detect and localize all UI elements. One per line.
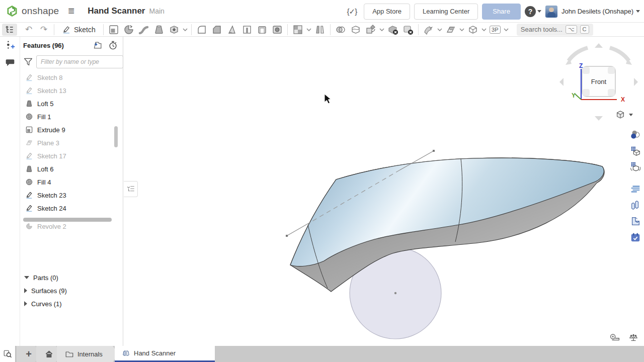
new-folder-button[interactable] <box>93 41 103 50</box>
tab-internals[interactable]: Internals <box>57 346 118 362</box>
split-button[interactable] <box>348 23 363 36</box>
feature-item[interactable]: Fill 1 <box>20 110 123 123</box>
feature-item[interactable]: Plane 3 <box>20 136 123 149</box>
named-views-button[interactable] <box>628 143 642 158</box>
feature-list-icon <box>5 25 15 35</box>
tab-hand-scanner[interactable]: Hand Scanner <box>115 346 215 362</box>
boolean-button[interactable] <box>333 23 348 36</box>
draft-icon <box>226 24 238 36</box>
main-menu-icon[interactable]: ≡ <box>68 6 74 17</box>
feature-item[interactable]: Loft 6 <box>20 162 123 175</box>
linear-pattern-button[interactable] <box>290 23 305 36</box>
revolve-button[interactable] <box>121 23 136 36</box>
group-parts[interactable]: Parts (0) <box>20 271 123 284</box>
comments-button[interactable] <box>0 54 20 71</box>
transform-dropdown[interactable] <box>378 28 385 31</box>
thicken-dropdown[interactable] <box>182 28 189 31</box>
workspace-name[interactable]: Main <box>149 7 164 15</box>
feature-item[interactable]: Loft 5 <box>20 97 123 110</box>
left-icon-strip <box>0 37 20 346</box>
versions-icon[interactable]: {✓} <box>347 7 357 16</box>
chamfer-icon <box>211 24 223 36</box>
vertical-scrollbar[interactable] <box>114 126 118 147</box>
group-curves[interactable]: Curves (1) <box>20 297 123 310</box>
extrude-button[interactable] <box>106 23 121 36</box>
horizontal-scrollbar[interactable] <box>23 218 112 222</box>
redo-button[interactable]: ↷ <box>36 23 51 36</box>
feature-groups: Parts (0) Surfaces (9) Curves (1) <box>20 271 123 310</box>
filter-button[interactable] <box>23 57 33 66</box>
transform-button[interactable] <box>363 23 378 36</box>
mass-properties-icon <box>629 333 638 342</box>
loft-icon <box>25 165 33 173</box>
rollback-timer-button[interactable] <box>108 41 118 50</box>
avatar[interactable] <box>545 6 557 18</box>
features-panel: Features (96) <box>20 37 123 346</box>
move-face-button[interactable] <box>421 23 436 36</box>
shell-button[interactable] <box>255 23 270 36</box>
delete-part-icon <box>387 24 399 36</box>
feature-item[interactable]: Fill 4 <box>20 175 123 189</box>
move-face-dropdown[interactable] <box>436 28 443 31</box>
onshape-logo[interactable]: onshape <box>0 5 59 17</box>
panel-expand-toggle[interactable] <box>124 181 138 197</box>
feature-item[interactable]: Sketch 17 <box>20 149 123 162</box>
feature-item[interactable]: Sketch 24 <box>20 202 123 215</box>
feature-list-toggle[interactable] <box>2 24 17 36</box>
draft-button[interactable] <box>224 23 239 36</box>
feature-label: Fill 4 <box>37 178 51 186</box>
sweep-button[interactable] <box>136 23 151 36</box>
insert-feature-button[interactable] <box>0 37 20 54</box>
learning-center-button[interactable]: Learning Center <box>414 4 478 20</box>
pattern-dropdown[interactable] <box>305 28 312 31</box>
three-point-dropdown[interactable] <box>503 28 510 31</box>
display-states-button[interactable] <box>628 159 642 174</box>
feature-item[interactable]: Sketch 8 <box>20 71 123 84</box>
feature-item[interactable]: Sketch 23 <box>20 189 123 202</box>
section-view-button[interactable] <box>628 214 642 229</box>
help-menu[interactable]: ? <box>525 6 541 17</box>
primitives-dropdown[interactable] <box>480 28 488 31</box>
user-menu[interactable]: John Desilets (Onshape) <box>561 8 640 15</box>
primitives-button[interactable] <box>465 23 480 36</box>
group-label: Surfaces (9) <box>31 287 67 295</box>
plane-button[interactable] <box>443 23 458 36</box>
search-tools[interactable]: Search tools... ⌥ C <box>517 24 593 36</box>
feature-item[interactable]: Extrude 9 <box>20 123 123 136</box>
feature-label: Loft 6 <box>37 165 54 173</box>
plane-icon <box>445 24 457 36</box>
group-label: Curves (1) <box>31 300 62 308</box>
rib-button[interactable] <box>239 23 255 36</box>
group-surfaces[interactable]: Surfaces (9) <box>20 284 123 297</box>
chevron-down-icon <box>183 28 188 31</box>
chevron-down-icon <box>379 28 384 31</box>
mirror-button[interactable] <box>312 23 328 36</box>
share-button[interactable]: Share <box>482 4 521 20</box>
thicken-button[interactable] <box>167 23 182 36</box>
view-options-button[interactable] <box>615 109 633 120</box>
delete-face-button[interactable] <box>400 23 416 36</box>
appearance-button[interactable] <box>628 127 642 142</box>
three-point-button[interactable]: 3P <box>488 23 503 36</box>
graphics-viewport[interactable]: Front Z X Y <box>124 37 644 346</box>
comment-list-button[interactable] <box>628 182 642 197</box>
feature-item[interactable]: Sketch 13 <box>20 84 123 97</box>
plane-dropdown[interactable] <box>458 28 465 31</box>
delete-part-button[interactable] <box>385 23 400 36</box>
measure-button[interactable] <box>610 333 620 342</box>
app-store-button[interactable]: App Store <box>364 4 410 20</box>
filter-input[interactable] <box>36 55 123 68</box>
plane-icon <box>25 139 33 147</box>
parts-list-button[interactable] <box>628 198 642 213</box>
fillet-icon <box>196 24 208 36</box>
hole-button[interactable] <box>270 23 285 36</box>
chamfer-button[interactable] <box>209 23 224 36</box>
undo-button[interactable]: ↶ <box>21 23 36 36</box>
fillet-button[interactable] <box>194 23 209 36</box>
sketch-button[interactable]: Sketch <box>57 25 101 34</box>
tab-search-button[interactable] <box>0 346 16 362</box>
thicken-icon <box>168 24 180 36</box>
loft-button[interactable] <box>151 23 167 36</box>
release-button[interactable] <box>628 230 642 245</box>
mass-properties-button[interactable] <box>629 333 638 342</box>
